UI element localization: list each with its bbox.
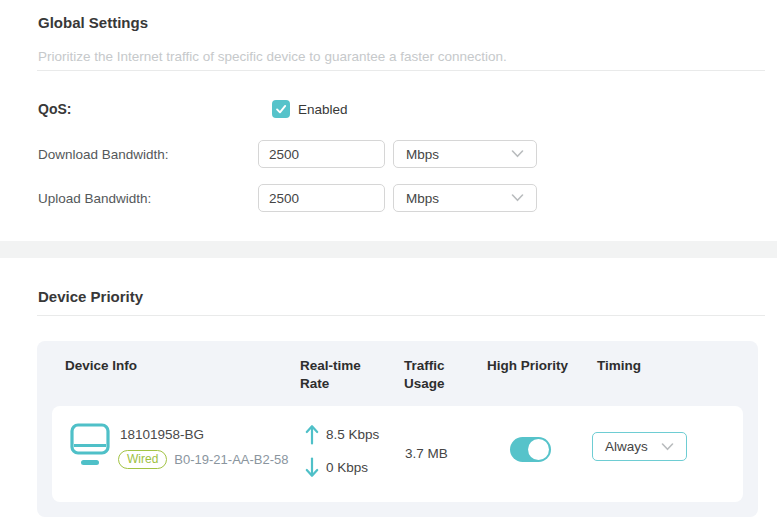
device-name: 18101958-BG [120,427,204,442]
upload-unit-select[interactable]: Mbps [393,184,537,212]
global-settings-subtitle: Prioritize the Internet traffic of speci… [38,49,507,64]
traffic-usage-value: 3.7 MB [405,446,448,461]
column-header-traffic-usage: Traffic Usage [404,357,459,393]
column-header-device-info: Device Info [65,357,137,375]
divider [37,315,765,316]
qos-settings-page: Global Settings Prioritize the Internet … [0,0,777,522]
download-bandwidth-label: Download Bandwidth: [38,147,169,162]
device-priority-table: Device Info Real-time Rate Traffic Usage… [37,341,758,517]
global-settings-title: Global Settings [38,14,148,31]
chevron-down-icon [661,443,674,451]
chevron-down-icon [511,150,524,158]
column-header-high-priority: High Priority [487,357,597,375]
timing-value: Always [605,439,648,454]
device-priority-title: Device Priority [38,288,143,305]
qos-enabled-label: Enabled [298,102,348,117]
qos-label: QoS: [38,101,71,117]
download-rate-value: 0 Kbps [326,460,368,475]
chevron-down-icon [511,194,524,202]
upload-unit-value: Mbps [406,191,439,206]
timing-select[interactable]: Always [592,432,687,461]
toggle-knob [528,439,549,460]
download-bandwidth-input[interactable] [258,140,385,168]
high-priority-toggle[interactable] [510,437,551,462]
section-separator [0,241,777,258]
device-row: 18101958-BG Wired B0-19-21-AA-B2-58 8.5 … [52,406,743,502]
checkmark-icon [274,102,288,116]
divider [37,70,765,71]
column-header-realtime-rate: Real-time Rate [300,357,370,393]
arrow-up-icon [305,424,319,445]
device-mac-address: B0-19-21-AA-B2-58 [174,452,288,467]
computer-monitor-icon [70,422,110,470]
download-unit-value: Mbps [406,147,439,162]
download-unit-select[interactable]: Mbps [393,140,537,168]
qos-enabled-checkbox[interactable] [272,100,290,118]
arrow-down-icon [305,457,319,478]
connection-type-badge: Wired [118,450,167,469]
upload-bandwidth-label: Upload Bandwidth: [38,191,151,206]
column-header-timing: Timing [597,357,641,375]
upload-rate-value: 8.5 Kbps [326,427,379,442]
upload-bandwidth-input[interactable] [258,184,385,212]
